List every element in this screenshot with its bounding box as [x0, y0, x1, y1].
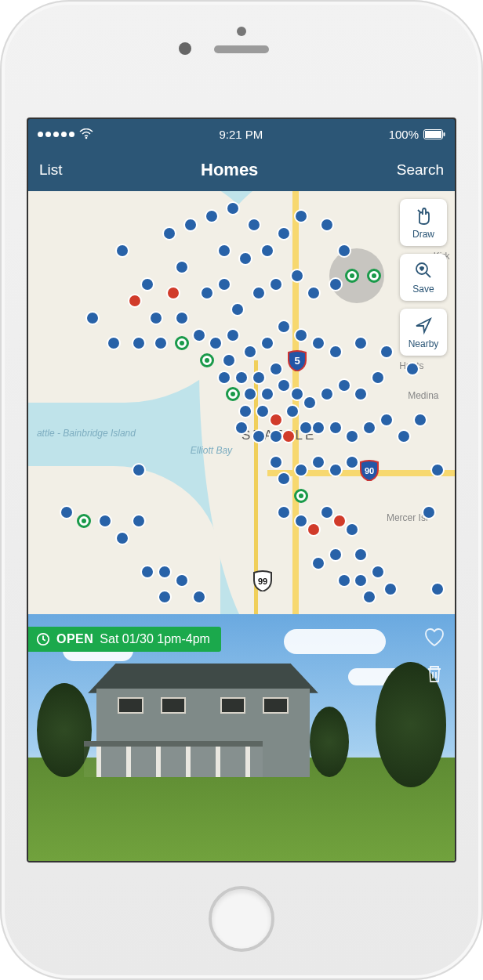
map-pin[interactable] — [354, 573, 368, 588]
map-pin[interactable] — [337, 378, 351, 392]
map-pin[interactable] — [345, 455, 359, 469]
map-pin[interactable] — [311, 336, 325, 350]
map-pin[interactable] — [413, 413, 427, 427]
map-pin[interactable] — [405, 362, 419, 376]
map-pin[interactable] — [362, 421, 376, 435]
map-pin[interactable] — [243, 387, 257, 401]
map-pin[interactable] — [217, 277, 231, 291]
map-pin[interactable] — [337, 573, 351, 588]
map-pin[interactable] — [107, 336, 121, 350]
map-pin[interactable] — [243, 345, 257, 359]
map-pin[interactable] — [294, 463, 308, 477]
map-pin[interactable] — [183, 218, 198, 232]
map-pin[interactable] — [277, 320, 291, 334]
map-pin[interactable] — [329, 277, 343, 291]
map-pin[interactable] — [294, 209, 308, 223]
map-pin[interactable] — [337, 244, 351, 258]
nav-list-button[interactable]: List — [39, 161, 63, 179]
map-pin[interactable] — [205, 209, 219, 223]
map-pin[interactable] — [320, 505, 334, 519]
map-pin[interactable] — [132, 514, 146, 528]
map-pin[interactable] — [329, 463, 343, 477]
map-pin[interactable] — [362, 590, 376, 604]
map-pin[interactable] — [252, 429, 266, 443]
home-button[interactable] — [209, 886, 274, 952]
map-pin[interactable] — [226, 387, 240, 401]
map-pin[interactable] — [290, 269, 304, 283]
map-pin[interactable] — [354, 387, 368, 401]
map-pin[interactable] — [371, 565, 385, 579]
map-pin[interactable] — [60, 505, 74, 519]
map-pin[interactable] — [422, 505, 436, 519]
map-pin[interactable] — [329, 421, 343, 435]
map-pin[interactable] — [299, 421, 313, 435]
map-pin[interactable] — [277, 505, 291, 519]
map-nearby-button[interactable]: Nearby — [400, 309, 447, 356]
map-pin[interactable] — [269, 277, 283, 291]
map-pin[interactable] — [252, 286, 266, 300]
map-pin[interactable] — [345, 429, 359, 443]
map-pin[interactable] — [303, 396, 317, 410]
map-pin[interactable] — [311, 556, 325, 570]
map-pin[interactable] — [307, 523, 321, 537]
map-pin[interactable] — [132, 463, 146, 477]
map-pin[interactable] — [252, 371, 266, 385]
map-pin[interactable] — [234, 421, 249, 435]
map-pin[interactable] — [175, 573, 189, 588]
map-pin[interactable] — [260, 336, 274, 350]
map-pin[interactable] — [269, 362, 283, 376]
map-pin[interactable] — [200, 286, 214, 300]
map-pin[interactable] — [132, 336, 146, 350]
map-pin[interactable] — [217, 244, 231, 258]
map-pin[interactable] — [140, 277, 154, 291]
listing-card[interactable]: OPEN Sat 01/30 1pm-4pm — [28, 614, 455, 861]
map-pin[interactable] — [226, 201, 240, 215]
map-pin[interactable] — [290, 387, 304, 401]
map-pin[interactable] — [231, 302, 245, 316]
map-pin[interactable] — [222, 353, 236, 367]
map-pin[interactable] — [311, 455, 325, 469]
map-pin[interactable] — [209, 336, 223, 350]
map-pin[interactable] — [260, 244, 274, 258]
map-pin[interactable] — [115, 244, 129, 258]
map-save-button[interactable]: Save — [400, 254, 447, 301]
map-pin[interactable] — [269, 413, 283, 427]
map-pin[interactable] — [85, 311, 100, 325]
map-pin[interactable] — [175, 311, 189, 325]
map-pin[interactable] — [277, 226, 291, 240]
map-pin[interactable] — [200, 353, 214, 367]
nav-search-button[interactable]: Search — [397, 161, 444, 179]
map-draw-button[interactable]: Draw — [400, 199, 447, 246]
map-pin[interactable] — [329, 345, 343, 359]
map-pin[interactable] — [158, 565, 172, 579]
map-pin[interactable] — [77, 514, 91, 528]
map-pin[interactable] — [192, 590, 206, 604]
map-pin[interactable] — [277, 472, 291, 486]
map-pin[interactable] — [294, 328, 308, 342]
map-pin[interactable] — [158, 590, 172, 604]
map-pin[interactable] — [238, 404, 252, 418]
map-pin[interactable] — [175, 260, 189, 274]
map-pin[interactable] — [307, 286, 321, 300]
map-pin[interactable] — [397, 429, 411, 443]
map-pin[interactable] — [234, 371, 249, 385]
map-pin[interactable] — [256, 404, 270, 418]
map-pin[interactable] — [430, 582, 445, 596]
map-view[interactable]: SEATTLE attle - Bainbridge Island Elliot… — [28, 191, 455, 614]
map-pin[interactable] — [367, 269, 381, 283]
map-pin[interactable] — [345, 269, 359, 283]
map-pin[interactable] — [269, 429, 283, 443]
map-pin[interactable] — [226, 328, 240, 342]
map-pin[interactable] — [175, 336, 189, 350]
map-pin[interactable] — [217, 371, 231, 385]
map-pin[interactable] — [247, 218, 261, 232]
map-pin[interactable] — [320, 218, 334, 232]
map-pin[interactable] — [354, 548, 368, 562]
map-pin[interactable] — [311, 421, 325, 435]
favorite-heart-icon[interactable] — [423, 627, 445, 649]
map-pin[interactable] — [166, 286, 180, 300]
map-pin[interactable] — [383, 582, 398, 596]
map-pin[interactable] — [162, 226, 176, 240]
map-pin[interactable] — [285, 404, 300, 418]
map-pin[interactable] — [320, 387, 334, 401]
